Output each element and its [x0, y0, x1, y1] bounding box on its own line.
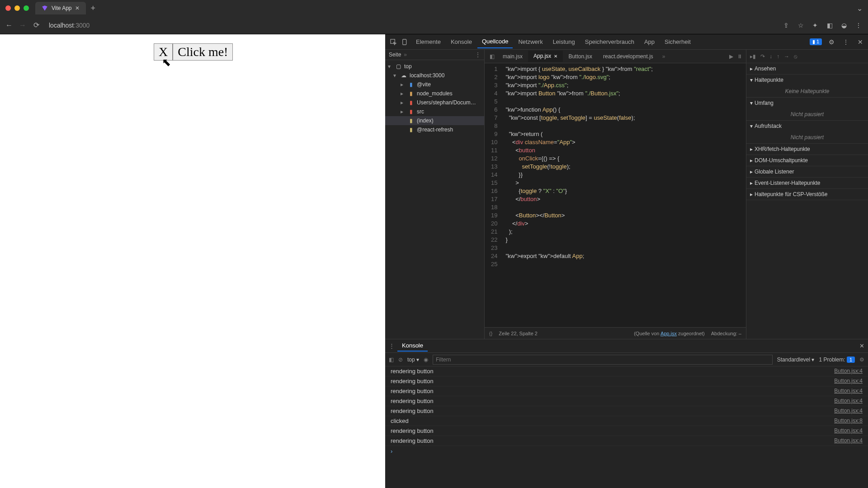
editor-tab[interactable]: App.jsx✕ — [528, 51, 563, 62]
log-source-link[interactable]: Button.jsx:8 — [834, 418, 863, 424]
console-log-row: rendering buttonButton.jsx:4 — [385, 406, 868, 416]
devtools-tab-app[interactable]: App — [640, 36, 659, 48]
star-icon[interactable]: ☆ — [796, 22, 806, 29]
tree-item[interactable]: ▸▮src — [385, 107, 484, 116]
editor-tab[interactable]: react.development.js — [598, 51, 659, 62]
traffic-lights — [5, 5, 29, 11]
dom-breakpoints-section[interactable]: ▸ DOM-Umschaltpunkte — [746, 155, 868, 166]
log-source-link[interactable]: Button.jsx:4 — [834, 437, 863, 444]
chevron-right-icon[interactable]: » — [404, 52, 407, 58]
tree-item[interactable]: ▾☁localhost:3000 — [385, 71, 484, 80]
profile-icon[interactable]: ◒ — [839, 22, 849, 29]
editor-tab[interactable]: main.jsx — [497, 51, 528, 62]
tree-item[interactable]: ▸▮@vite — [385, 80, 484, 89]
log-source-link[interactable]: Button.jsx:4 — [834, 427, 863, 434]
device-toggle-icon[interactable] — [400, 37, 410, 47]
console-filter-input[interactable] — [433, 355, 773, 365]
resume-icon[interactable]: ▸▮ — [750, 53, 756, 60]
step-icon[interactable]: → — [784, 53, 789, 60]
log-source-link[interactable]: Button.jsx:4 — [834, 388, 863, 394]
sidepanel-icon[interactable]: ◧ — [825, 22, 835, 29]
console-settings-icon[interactable]: ⚙ — [859, 357, 864, 363]
console-sidebar-toggle-icon[interactable]: ◧ — [389, 357, 394, 363]
more-tabs-icon[interactable]: » — [659, 53, 669, 60]
drawer-menu-icon[interactable]: ⋮ — [389, 343, 395, 349]
console-prompt[interactable]: › — [385, 446, 868, 456]
source-map-link[interactable]: App.jsx — [660, 331, 677, 336]
address-bar[interactable]: localhost:3000 — [45, 20, 93, 31]
devtools-tab-sicherheit[interactable]: Sicherheit — [660, 36, 695, 48]
pretty-print-icon[interactable]: {} — [489, 331, 492, 336]
tree-item[interactable]: ▸▮node_modules — [385, 89, 484, 98]
step-out-icon[interactable]: ↑ — [777, 53, 779, 60]
log-level-dropdown[interactable]: Standardlevel ▾ — [777, 357, 815, 363]
new-tab-button[interactable]: + — [90, 4, 95, 13]
menu-icon[interactable]: ⋮ — [854, 22, 863, 29]
clear-console-icon[interactable]: ⊘ — [398, 357, 403, 363]
browser-tab[interactable]: Vite App ✕ — [35, 2, 86, 14]
click-me-button[interactable]: Click me! — [173, 43, 233, 61]
settings-icon[interactable]: ⚙ — [826, 38, 836, 46]
close-window-icon[interactable] — [5, 5, 11, 11]
reload-button[interactable]: ⟳ — [32, 21, 41, 29]
extensions-icon[interactable]: ✦ — [810, 22, 820, 29]
scope-section[interactable]: ▾ Umfang — [746, 98, 868, 108]
close-tab-icon[interactable]: ✕ — [75, 5, 80, 11]
devtools-tab-netzwerk[interactable]: Netzwerk — [514, 36, 547, 48]
callstack-section[interactable]: ▾ Aufrufstack — [746, 121, 868, 131]
xhr-breakpoints-section[interactable]: ▸ XHR/fetch-Haltepunkte — [746, 144, 868, 155]
minimize-window-icon[interactable] — [14, 5, 20, 11]
log-source-link[interactable]: Button.jsx:4 — [834, 408, 863, 414]
devtools-tab-quellcode[interactable]: Quellcode — [477, 35, 513, 48]
log-source-link[interactable]: Button.jsx:4 — [834, 368, 863, 375]
watch-section[interactable]: ▸ Ansehen — [746, 63, 868, 74]
close-drawer-icon[interactable]: ✕ — [859, 343, 864, 349]
coverage-info: Abdeckung: – — [711, 331, 741, 336]
element-picker-icon[interactable] — [388, 37, 399, 47]
console-log-row: rendering buttonButton.jsx:4 — [385, 436, 868, 446]
source-map-info: (Quelle von App.jsx zugeordnet) — [634, 331, 705, 336]
log-source-link[interactable]: Button.jsx:4 — [834, 378, 863, 385]
devtools-tab-elemente[interactable]: Elemente — [411, 36, 445, 48]
pause-icon[interactable]: ⏸ — [737, 53, 742, 60]
back-button[interactable]: ← — [5, 21, 14, 29]
devtools-tab-konsole[interactable]: Konsole — [446, 36, 476, 48]
file-nav-tab[interactable]: Seite — [389, 52, 401, 58]
chevron-down-icon[interactable]: ⌄ — [857, 4, 863, 13]
step-into-icon[interactable]: ↓ — [769, 53, 772, 60]
breakpoints-section[interactable]: ▾ Haltepunkte — [746, 75, 868, 85]
console-drawer-tab[interactable]: Konsole — [397, 340, 428, 352]
tree-item[interactable]: ▸▮Users/stephan/Docum… — [385, 98, 484, 107]
browser-toolbar: ← → ⟳ localhost:3000 ⇪ ☆ ✦ ◧ ◒ ⋮ — [0, 16, 868, 34]
tree-item[interactable]: ▾▢top — [385, 62, 484, 71]
url-port: :3000 — [74, 22, 90, 29]
csp-breakpoints-section[interactable]: ▸ Haltepunkte für CSP-Verstöße — [746, 189, 868, 200]
run-icon[interactable]: ▶ — [729, 53, 733, 60]
close-devtools-icon[interactable]: ✕ — [855, 38, 865, 46]
console-drawer: ⋮ Konsole ✕ ◧ ⊘ top ▾ ◉ Standardlevel ▾ … — [385, 339, 868, 488]
more-icon[interactable]: ⋮ — [841, 38, 851, 46]
deactivate-breakpoints-icon[interactable]: ⦸ — [794, 53, 797, 60]
event-listener-breakpoints-section[interactable]: ▸ Event-Listener-Haltepunkte — [746, 178, 868, 188]
nav-toggle-icon[interactable]: ◧ — [486, 51, 497, 62]
step-over-icon[interactable]: ↷ — [760, 53, 765, 60]
log-source-link[interactable]: Button.jsx:4 — [834, 398, 863, 404]
problems-count[interactable]: 1 Problem: 1 — [819, 357, 855, 363]
tree-item[interactable]: ▮(index) — [385, 116, 484, 125]
share-icon[interactable]: ⇪ — [781, 22, 791, 29]
console-log-row: clickedButton.jsx:8 — [385, 416, 868, 426]
browser-tab-title: Vite App — [52, 5, 71, 11]
editor-tab[interactable]: Button.jsx — [563, 51, 598, 62]
global-listeners-section[interactable]: ▸ Globale Listener — [746, 166, 868, 177]
devtools-tab-speicherverbrauch[interactable]: Speicherverbrauch — [580, 36, 639, 48]
more-icon[interactable]: ⋮ — [475, 52, 481, 58]
console-output[interactable]: rendering buttonButton.jsx:4rendering bu… — [385, 366, 868, 488]
editor-body[interactable]: 1234567891011121314151617181920212223242… — [485, 63, 746, 327]
tree-item[interactable]: ▮@react-refresh — [385, 125, 484, 134]
console-context[interactable]: top ▾ — [407, 357, 419, 363]
devtools-tab-leistung[interactable]: Leistung — [548, 36, 580, 48]
issues-badge[interactable]: ▮ 1 — [810, 38, 822, 45]
live-expression-icon[interactable]: ◉ — [424, 357, 428, 363]
vite-favicon-icon — [42, 5, 48, 11]
maximize-window-icon[interactable] — [24, 5, 29, 11]
